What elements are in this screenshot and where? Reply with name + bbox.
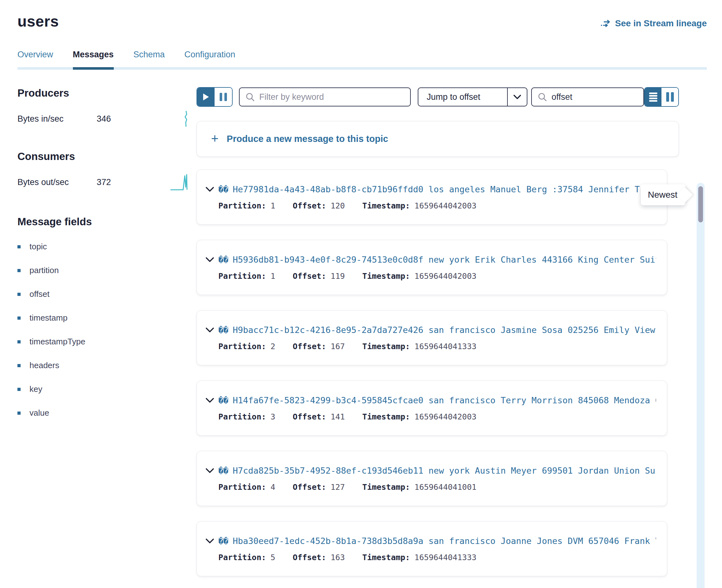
expand-chevron-icon[interactable] bbox=[206, 187, 214, 192]
field-item-offset[interactable]: offset bbox=[17, 289, 197, 299]
messages-toolbar: Filter by keyword Jump to offset bbox=[197, 87, 679, 107]
square-bullet-icon bbox=[17, 316, 21, 320]
offset-value: 120 bbox=[331, 201, 345, 210]
messages-scrollbar-thumb[interactable] bbox=[698, 186, 703, 223]
message-row[interactable]: �� He77981da-4a43-48ab-b8f8-cb71b96ffdd0… bbox=[197, 169, 667, 225]
tab-schema[interactable]: Schema bbox=[133, 50, 165, 67]
message-fields-block: Message fields topic partition offset ti… bbox=[17, 216, 197, 418]
producers-heading: Producers bbox=[17, 87, 197, 99]
partition-value: 1 bbox=[271, 272, 275, 281]
square-bullet-icon bbox=[17, 269, 21, 272]
message-row[interactable]: �� H7cda825b-35b7-4952-88ef-c193d546eb11… bbox=[197, 451, 667, 506]
page-title: users bbox=[17, 13, 59, 30]
tab-bar: Overview Messages Schema Configuration bbox=[17, 50, 707, 70]
field-label: timestampType bbox=[29, 337, 85, 346]
timestamp-label: Timestamp: bbox=[362, 553, 410, 562]
key-bytes-glyphs: �� bbox=[219, 396, 228, 405]
message-key-text: He77981da-4a43-48ab-b8f8-cb71b96ffdd0 lo… bbox=[233, 184, 656, 194]
bytes-out-sparkline bbox=[170, 173, 190, 191]
offset-label: Offset: bbox=[293, 553, 326, 562]
bytes-out-label: Bytes out/sec bbox=[17, 177, 97, 187]
partition-label: Partition: bbox=[219, 412, 266, 421]
field-item-key[interactable]: key bbox=[17, 384, 197, 394]
expand-chevron-icon[interactable] bbox=[206, 468, 214, 473]
view-mode-toggle bbox=[644, 87, 679, 107]
page-header: users See in Stream lineage bbox=[17, 13, 707, 30]
list-view-button[interactable] bbox=[645, 88, 661, 106]
expand-chevron-icon[interactable] bbox=[206, 398, 214, 403]
key-bytes-glyphs: �� bbox=[219, 185, 228, 194]
field-item-timestampType[interactable]: timestampType bbox=[17, 337, 197, 346]
timestamp-value: 1659644042003 bbox=[415, 272, 477, 281]
offset-value: 119 bbox=[331, 272, 345, 281]
bytes-in-label: Bytes in/sec bbox=[17, 114, 97, 124]
jump-select-value: Jump to offset bbox=[418, 88, 507, 106]
expand-chevron-icon[interactable] bbox=[206, 539, 214, 544]
play-icon bbox=[203, 93, 209, 101]
column-view-button[interactable] bbox=[661, 88, 678, 106]
offset-value: 163 bbox=[331, 553, 345, 562]
stream-lineage-link[interactable]: See in Stream lineage bbox=[601, 18, 707, 28]
offset-value: 141 bbox=[331, 412, 345, 421]
consumers-heading: Consumers bbox=[17, 150, 197, 163]
partition-value: 3 bbox=[271, 412, 275, 421]
timestamp-value: 1659644042003 bbox=[415, 201, 477, 210]
key-bytes-glyphs: �� bbox=[219, 537, 228, 546]
pause-button[interactable] bbox=[214, 88, 232, 106]
messages-panel: Filter by keyword Jump to offset bbox=[197, 87, 707, 588]
pause-icon bbox=[220, 93, 227, 101]
message-list: �� He77981da-4a43-48ab-b8f8-cb71b96ffdd0… bbox=[197, 169, 679, 576]
offset-label: Offset: bbox=[293, 201, 326, 210]
field-label: topic bbox=[29, 242, 47, 252]
bytes-out-metric: Bytes out/sec 372 bbox=[17, 173, 197, 191]
partition-label: Partition: bbox=[219, 553, 266, 562]
partition-label: Partition: bbox=[219, 342, 266, 351]
newest-tooltip: Newest bbox=[641, 184, 685, 205]
tab-configuration[interactable]: Configuration bbox=[184, 50, 235, 67]
square-bullet-icon bbox=[17, 293, 21, 296]
field-item-value[interactable]: value bbox=[17, 408, 197, 418]
timestamp-label: Timestamp: bbox=[362, 342, 410, 351]
message-fields-heading: Message fields bbox=[17, 216, 197, 228]
message-row[interactable]: �� H9bacc71c-b12c-4216-8e95-2a7da727e426… bbox=[197, 310, 667, 365]
filter-keyword-input[interactable]: Filter by keyword bbox=[239, 87, 411, 106]
lineage-link-label: See in Stream lineage bbox=[615, 18, 707, 28]
timestamp-value: 1659644042003 bbox=[415, 412, 477, 421]
offset-input-value: offset bbox=[552, 92, 572, 102]
bytes-in-sparkline bbox=[182, 110, 190, 128]
timestamp-label: Timestamp: bbox=[362, 483, 410, 492]
message-row[interactable]: �� H14fa67fe-5823-4299-b3c4-595845cfcae0… bbox=[197, 380, 667, 436]
field-item-topic[interactable]: topic bbox=[17, 242, 197, 252]
expand-chevron-icon[interactable] bbox=[206, 328, 214, 333]
filter-placeholder: Filter by keyword bbox=[259, 92, 324, 102]
square-bullet-icon bbox=[17, 245, 21, 248]
key-bytes-glyphs: �� bbox=[219, 326, 228, 335]
message-key-text: Hba30eed7-1edc-452b-8b1a-738d3b5d8a9a sa… bbox=[233, 536, 656, 546]
topic-messages-page: users See in Stream lineage Overview Mes… bbox=[0, 0, 722, 588]
chevron-down-icon bbox=[507, 88, 527, 106]
messages-scrollbar-track[interactable] bbox=[697, 183, 705, 588]
field-item-timestamp[interactable]: timestamp bbox=[17, 313, 197, 323]
offset-value: 127 bbox=[331, 483, 345, 492]
jump-to-offset-select[interactable]: Jump to offset bbox=[418, 87, 528, 106]
column-view-icon bbox=[666, 92, 674, 102]
offset-value: 167 bbox=[331, 342, 345, 351]
timestamp-label: Timestamp: bbox=[362, 412, 410, 421]
tab-overview[interactable]: Overview bbox=[17, 50, 53, 67]
field-item-headers[interactable]: headers bbox=[17, 360, 197, 370]
offset-label: Offset: bbox=[293, 272, 326, 281]
expand-chevron-icon[interactable] bbox=[206, 257, 214, 262]
field-item-partition[interactable]: partition bbox=[17, 266, 197, 275]
timestamp-value: 1659644041333 bbox=[415, 553, 477, 562]
offset-label: Offset: bbox=[293, 342, 326, 351]
list-view-icon bbox=[649, 91, 657, 103]
play-button[interactable] bbox=[197, 88, 214, 106]
message-row[interactable]: �� Hba30eed7-1edc-452b-8b1a-738d3b5d8a9a… bbox=[197, 521, 667, 576]
partition-label: Partition: bbox=[219, 201, 266, 210]
message-row[interactable]: �� H5936db81-b943-4e0f-8c29-74513e0c0d8f… bbox=[197, 240, 667, 295]
produce-message-button[interactable]: + Produce a new message to this topic bbox=[197, 121, 679, 157]
produce-button-label: Produce a new message to this topic bbox=[227, 134, 388, 144]
tab-messages[interactable]: Messages bbox=[73, 50, 114, 67]
offset-search-input[interactable]: offset bbox=[531, 87, 644, 106]
timestamp-label: Timestamp: bbox=[362, 201, 410, 210]
